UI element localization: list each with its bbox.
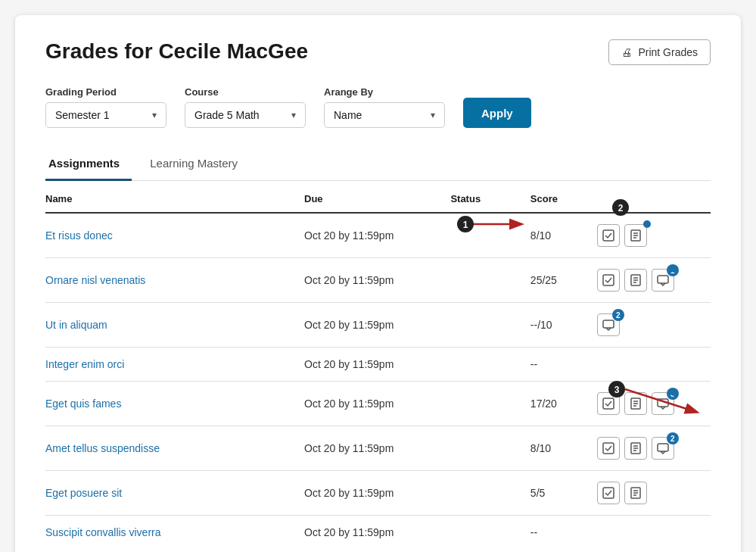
grades-table: Name Due Status Score Et risus donecOct … bbox=[45, 181, 711, 549]
comment-icon-button[interactable]: 2 bbox=[652, 437, 674, 460]
table-row: Suscipit convallis viverraOct 20 by 11:5… bbox=[45, 516, 711, 550]
rubric-icon-button[interactable] bbox=[624, 269, 647, 292]
rubric-icon-button[interactable] bbox=[624, 224, 647, 247]
rubric-icon-button[interactable] bbox=[624, 437, 647, 460]
col-header-due: Due bbox=[298, 181, 444, 213]
score-cell: 8/10 bbox=[524, 426, 591, 471]
tab-assignments[interactable]: Assignments bbox=[45, 149, 132, 181]
table-row: Ornare nisl venenatisOct 20 by 11:59pm25… bbox=[45, 258, 711, 303]
actions-cell: 1 bbox=[597, 269, 705, 292]
filters-row: Grading Period Semester 1 ▾ Course Grade… bbox=[45, 86, 711, 128]
status-cell bbox=[444, 303, 524, 348]
status-cell bbox=[444, 471, 524, 516]
svg-rect-23 bbox=[658, 444, 668, 451]
due-date: Oct 20 by 11:59pm bbox=[298, 516, 444, 550]
due-date: Oct 20 by 11:59pm bbox=[298, 348, 444, 382]
score-cell: -- bbox=[524, 348, 591, 382]
actions-cell: 2 bbox=[597, 437, 705, 460]
actions-cell: 2 bbox=[597, 313, 705, 336]
main-card: Grades for Cecile MacGee 🖨 Print Grades … bbox=[15, 15, 741, 552]
table-row: Eget posuere sitOct 20 by 11:59pm5/5 bbox=[45, 471, 711, 516]
status-cell bbox=[444, 426, 524, 471]
comment-icon-button[interactable]: 1 bbox=[652, 269, 674, 292]
table-row: Eget quis famesOct 20 by 11:59pm17/203 bbox=[45, 382, 711, 426]
comment-icon-button[interactable]: 3 bbox=[652, 392, 674, 415]
course-chevron: ▾ bbox=[291, 110, 296, 120]
due-date: Oct 20 by 11:59pm bbox=[298, 426, 444, 471]
checkbox-icon-button[interactable] bbox=[597, 482, 620, 504]
table-container: Name Due Status Score Et risus donecOct … bbox=[45, 181, 711, 549]
col-header-score: Score bbox=[524, 181, 591, 213]
table-row: Ut in aliquamOct 20 by 11:59pm--/102 bbox=[45, 303, 711, 348]
comment-count-badge: 2 bbox=[667, 432, 679, 444]
course-group: Course Grade 5 Math ▾ bbox=[185, 86, 306, 128]
table-row: Et risus donecOct 20 by 11:59pm8/10 bbox=[45, 213, 711, 258]
assignment-link[interactable]: Et risus donec bbox=[45, 229, 113, 242]
assignment-link[interactable]: Eget posuere sit bbox=[45, 487, 122, 499]
due-date: Oct 20 by 11:59pm bbox=[298, 303, 444, 348]
col-header-status: Status bbox=[444, 181, 524, 213]
comment-count-badge: 2 bbox=[612, 309, 624, 321]
col-header-actions bbox=[591, 181, 711, 213]
arrange-by-chevron: ▾ bbox=[431, 110, 435, 120]
checkbox-icon-button[interactable] bbox=[597, 437, 620, 460]
table-row: Integer enim orciOct 20 by 11:59pm-- bbox=[45, 348, 711, 382]
comment-icon-button[interactable]: 2 bbox=[597, 313, 620, 336]
assignment-link[interactable]: Amet tellus suspendisse bbox=[45, 442, 160, 454]
due-date: Oct 20 by 11:59pm bbox=[298, 258, 444, 303]
score-cell: 5/5 bbox=[524, 471, 591, 516]
grading-period-label: Grading Period bbox=[45, 86, 166, 98]
score-cell: -- bbox=[524, 516, 591, 550]
status-cell bbox=[444, 516, 524, 550]
actions-cell bbox=[597, 482, 705, 504]
page-title: Grades for Cecile MacGee bbox=[45, 39, 308, 64]
status-cell bbox=[444, 258, 524, 303]
tab-learning-mastery[interactable]: Learning Mastery bbox=[147, 149, 250, 181]
checkbox-icon-button[interactable] bbox=[597, 392, 620, 415]
svg-rect-17 bbox=[658, 399, 668, 407]
score-cell: 8/10 bbox=[524, 213, 591, 258]
assignment-link[interactable]: Ornare nisl venenatis bbox=[45, 274, 145, 286]
svg-rect-10 bbox=[658, 276, 668, 283]
grading-period-chevron: ▾ bbox=[152, 110, 157, 120]
printer-icon: 🖨 bbox=[621, 46, 632, 58]
assignment-link[interactable]: Eget quis fames bbox=[45, 398, 121, 410]
notification-dot bbox=[643, 220, 651, 228]
svg-rect-0 bbox=[603, 230, 614, 241]
due-date: Oct 20 by 11:59pm bbox=[298, 213, 444, 258]
svg-rect-24 bbox=[603, 488, 614, 498]
assignment-link[interactable]: Integer enim orci bbox=[45, 358, 124, 370]
actions-cell: 3 bbox=[597, 392, 705, 415]
print-grades-label: Print Grades bbox=[638, 46, 698, 58]
apply-button[interactable]: Apply bbox=[463, 98, 531, 128]
rubric-icon-button[interactable] bbox=[624, 482, 647, 504]
assignment-link[interactable]: Suscipit convallis viverra bbox=[45, 526, 161, 538]
rubric-icon-button[interactable] bbox=[624, 392, 647, 415]
course-value: Grade 5 Math bbox=[194, 109, 260, 121]
col-header-name: Name bbox=[45, 181, 298, 213]
svg-rect-12 bbox=[603, 398, 614, 409]
due-date: Oct 20 by 11:59pm bbox=[298, 382, 444, 426]
status-cell bbox=[444, 348, 524, 382]
arrange-by-label: Arange By bbox=[324, 86, 445, 98]
grading-period-group: Grading Period Semester 1 ▾ bbox=[45, 86, 166, 128]
tabs-row: Assignments Learning Mastery bbox=[45, 149, 711, 181]
notification-dot bbox=[670, 265, 678, 273]
status-cell bbox=[444, 382, 524, 426]
print-grades-button[interactable]: 🖨 Print Grades bbox=[608, 39, 711, 65]
svg-rect-5 bbox=[603, 275, 614, 285]
grading-period-value: Semester 1 bbox=[55, 109, 110, 121]
table-header-row: Name Due Status Score bbox=[45, 181, 711, 213]
course-select[interactable]: Grade 5 Math ▾ bbox=[185, 102, 306, 128]
arrange-by-value: Name bbox=[334, 109, 362, 121]
arrange-by-select[interactable]: Name ▾ bbox=[324, 102, 445, 128]
svg-rect-18 bbox=[603, 443, 614, 454]
checkbox-icon-button[interactable] bbox=[597, 269, 620, 292]
checkbox-icon-button[interactable] bbox=[597, 224, 620, 247]
arrange-by-group: Arange By Name ▾ bbox=[324, 86, 445, 128]
assignment-link[interactable]: Ut in aliquam bbox=[45, 319, 107, 331]
score-cell: 17/20 bbox=[524, 382, 591, 426]
due-date: Oct 20 by 11:59pm bbox=[298, 471, 444, 516]
table-row: Amet tellus suspendisseOct 20 by 11:59pm… bbox=[45, 426, 711, 471]
grading-period-select[interactable]: Semester 1 ▾ bbox=[45, 102, 166, 128]
